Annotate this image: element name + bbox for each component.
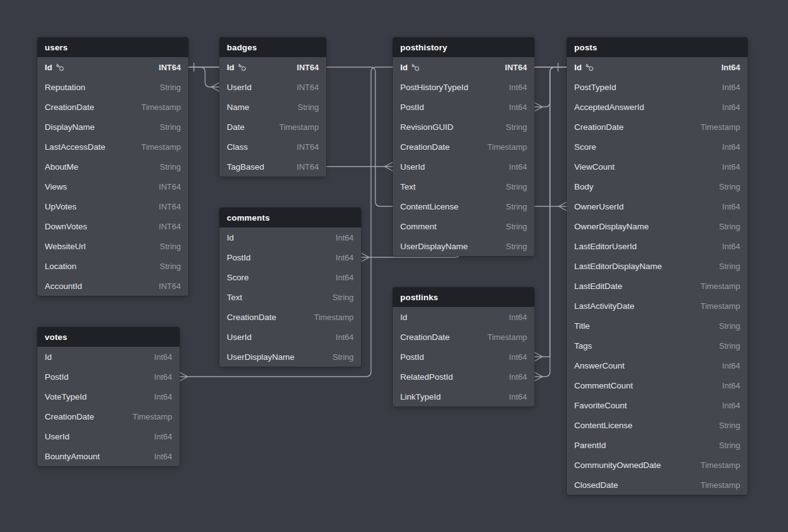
field-row-posts-posttypeid[interactable]: PostTypeIdInt64 bbox=[567, 77, 748, 97]
field-row-posthistory-text[interactable]: TextString bbox=[393, 177, 534, 196]
field-row-comments-text[interactable]: TextString bbox=[219, 287, 361, 307]
field-row-users-displayname[interactable]: DisplayNameString bbox=[37, 117, 188, 137]
table-header-votes[interactable]: votes bbox=[37, 327, 180, 347]
field-row-users-aboutme[interactable]: AboutMeString bbox=[37, 157, 188, 177]
field-row-posts-answercount[interactable]: AnswerCountInt64 bbox=[567, 355, 748, 375]
diagram-canvas[interactable]: usersIdINT64ReputationStringCreationDate… bbox=[0, 0, 788, 532]
field-row-posts-lasteditordisplayname[interactable]: LastEditorDisplayNameString bbox=[567, 256, 748, 276]
field-row-posts-communityowneddate[interactable]: CommunityOwnedDateTimestamp bbox=[567, 455, 748, 475]
field-type: String bbox=[160, 83, 181, 92]
field-row-users-upvotes[interactable]: UpVotesINT64 bbox=[37, 196, 188, 216]
field-row-votes-votetypeid[interactable]: VoteTypeIdInt64 bbox=[37, 387, 180, 406]
field-row-posthistory-contentlicense[interactable]: ContentLicenseString bbox=[393, 196, 534, 216]
table-header-posthistory[interactable]: posthistory bbox=[393, 37, 534, 57]
field-row-posts-contentlicense[interactable]: ContentLicenseString bbox=[567, 415, 748, 435]
table-node-badges[interactable]: badgesIdINT64UserIdINT64NameStringDateTi… bbox=[219, 37, 326, 177]
field-row-comments-userid[interactable]: UserIdInt64 bbox=[219, 327, 361, 347]
field-row-posts-viewcount[interactable]: ViewCountInt64 bbox=[567, 157, 748, 177]
field-row-posts-commentcount[interactable]: CommentCountInt64 bbox=[567, 375, 748, 395]
table-node-users[interactable]: usersIdINT64ReputationStringCreationDate… bbox=[37, 37, 188, 296]
field-row-postlinks-postid[interactable]: PostIdInt64 bbox=[393, 347, 534, 367]
field-row-votes-id[interactable]: IdInt64 bbox=[37, 347, 180, 367]
field-row-posts-id[interactable]: IdInt64 bbox=[567, 57, 748, 77]
table-header-comments[interactable]: comments bbox=[219, 208, 361, 227]
field-row-posthistory-revisionguid[interactable]: RevisionGUIDString bbox=[393, 117, 534, 137]
field-row-posts-title[interactable]: TitleString bbox=[567, 316, 748, 336]
table-node-comments[interactable]: commentsIdInt64PostIdInt64ScoreInt64Text… bbox=[219, 208, 361, 367]
field-row-users-creationdate[interactable]: CreationDateTimestamp bbox=[37, 97, 188, 117]
field-row-posts-ownerdisplayname[interactable]: OwnerDisplayNameString bbox=[567, 216, 748, 236]
field-name-wrap: CommunityOwnedDate bbox=[574, 461, 661, 470]
table-node-votes[interactable]: votesIdInt64PostIdInt64VoteTypeIdInt64Cr… bbox=[37, 327, 180, 466]
field-row-users-id[interactable]: IdINT64 bbox=[37, 57, 188, 77]
field-row-badges-name[interactable]: NameString bbox=[219, 97, 326, 117]
table-node-posts[interactable]: postsIdInt64PostTypeIdInt64AcceptedAnswe… bbox=[567, 37, 748, 495]
field-row-badges-userid[interactable]: UserIdINT64 bbox=[219, 77, 326, 97]
field-row-posthistory-postid[interactable]: PostIdInt64 bbox=[393, 97, 534, 117]
field-row-postlinks-id[interactable]: IdInt64 bbox=[393, 307, 534, 327]
table-header-badges[interactable]: badges bbox=[219, 37, 326, 57]
field-row-posts-body[interactable]: BodyString bbox=[567, 177, 748, 196]
field-row-users-downvotes[interactable]: DownVotesINT64 bbox=[37, 216, 188, 236]
field-row-comments-userdisplayname[interactable]: UserDisplayNameString bbox=[219, 347, 361, 367]
field-row-posts-creationdate[interactable]: CreationDateTimestamp bbox=[567, 117, 748, 137]
field-row-badges-date[interactable]: DateTimestamp bbox=[219, 117, 326, 137]
field-row-posts-lastactivitydate[interactable]: LastActivityDateTimestamp bbox=[567, 296, 748, 316]
field-row-posthistory-creationdate[interactable]: CreationDateTimestamp bbox=[393, 137, 534, 157]
field-row-users-location[interactable]: LocationString bbox=[37, 256, 188, 276]
field-type: Int64 bbox=[722, 63, 740, 72]
field-row-posts-lasteditdate[interactable]: LastEditDateTimestamp bbox=[567, 276, 748, 296]
field-row-votes-creationdate[interactable]: CreationDateTimestamp bbox=[37, 406, 180, 426]
field-row-users-views[interactable]: ViewsINT64 bbox=[37, 177, 188, 196]
relationship-edge-postlinks-PostId[interactable] bbox=[534, 67, 567, 361]
field-row-comments-creationdate[interactable]: CreationDateTimestamp bbox=[219, 307, 361, 327]
field-row-comments-score[interactable]: ScoreInt64 bbox=[219, 267, 361, 287]
field-type: Int64 bbox=[509, 392, 527, 401]
field-row-votes-postid[interactable]: PostIdInt64 bbox=[37, 367, 180, 387]
field-row-badges-id[interactable]: IdINT64 bbox=[219, 57, 326, 77]
field-type: INT64 bbox=[159, 202, 181, 211]
field-row-posthistory-userdisplayname[interactable]: UserDisplayNameString bbox=[393, 236, 534, 256]
field-row-postlinks-linktypeid[interactable]: LinkTypeIdInt64 bbox=[393, 387, 534, 406]
field-row-users-websiteurl[interactable]: WebsiteUrlString bbox=[37, 236, 188, 256]
field-row-posthistory-comment[interactable]: CommentString bbox=[393, 216, 534, 236]
field-row-postlinks-creationdate[interactable]: CreationDateTimestamp bbox=[393, 327, 534, 347]
field-row-posthistory-userid[interactable]: UserIdInt64 bbox=[393, 157, 534, 177]
field-row-posts-tags[interactable]: TagsString bbox=[567, 336, 748, 355]
table-header-posts[interactable]: posts bbox=[567, 37, 748, 57]
field-name: PostTypeId bbox=[574, 83, 616, 92]
field-row-comments-id[interactable]: IdInt64 bbox=[219, 227, 361, 247]
field-name-wrap: DisplayName bbox=[45, 122, 94, 132]
table-body: IdINT64PostHistoryTypeIdInt64PostIdInt64… bbox=[393, 57, 534, 256]
field-row-comments-postid[interactable]: PostIdInt64 bbox=[219, 247, 361, 267]
field-type: Int64 bbox=[722, 103, 740, 112]
field-row-posts-acceptedanswerid[interactable]: AcceptedAnswerIdInt64 bbox=[567, 97, 748, 117]
field-row-users-lastaccessdate[interactable]: LastAccessDateTimestamp bbox=[37, 137, 188, 157]
field-row-posts-favoritecount[interactable]: FavoriteCountInt64 bbox=[567, 395, 748, 415]
field-name-wrap: VoteTypeId bbox=[45, 392, 87, 401]
field-name: OwnerDisplayName bbox=[574, 222, 649, 231]
field-type: INT64 bbox=[159, 282, 181, 291]
field-row-badges-class[interactable]: ClassINT64 bbox=[219, 137, 326, 157]
field-row-users-accountid[interactable]: AccountIdINT64 bbox=[37, 276, 188, 296]
table-node-postlinks[interactable]: postlinksIdInt64CreationDateTimestampPos… bbox=[393, 287, 534, 406]
field-name: LastActivityDate bbox=[574, 301, 635, 311]
field-type: Int64 bbox=[154, 352, 172, 362]
field-row-posts-score[interactable]: ScoreInt64 bbox=[567, 137, 748, 157]
key-icon bbox=[56, 63, 64, 71]
table-header-postlinks[interactable]: postlinks bbox=[393, 287, 534, 307]
field-row-posts-owneruserid[interactable]: OwnerUserIdInt64 bbox=[567, 196, 748, 216]
relationship-edge-postlinks-RelatedPostId[interactable] bbox=[534, 67, 567, 381]
field-row-votes-bountyamount[interactable]: BountyAmountInt64 bbox=[37, 446, 180, 466]
field-row-posts-lasteditoruserid[interactable]: LastEditorUserIdInt64 bbox=[567, 236, 748, 256]
field-row-badges-tagbased[interactable]: TagBasedINT64 bbox=[219, 157, 326, 177]
field-row-posts-closeddate[interactable]: ClosedDateTimestamp bbox=[567, 475, 748, 495]
table-node-posthistory[interactable]: posthistoryIdINT64PostHistoryTypeIdInt64… bbox=[393, 37, 534, 256]
field-row-votes-userid[interactable]: UserIdInt64 bbox=[37, 426, 180, 446]
field-row-posthistory-posthistorytypeid[interactable]: PostHistoryTypeIdInt64 bbox=[393, 77, 534, 97]
field-row-users-reputation[interactable]: ReputationString bbox=[37, 77, 188, 97]
field-row-postlinks-relatedpostid[interactable]: RelatedPostIdInt64 bbox=[393, 367, 534, 387]
field-row-posts-parentid[interactable]: ParentIdString bbox=[567, 435, 748, 455]
table-header-users[interactable]: users bbox=[37, 37, 188, 57]
field-row-posthistory-id[interactable]: IdINT64 bbox=[393, 57, 534, 77]
